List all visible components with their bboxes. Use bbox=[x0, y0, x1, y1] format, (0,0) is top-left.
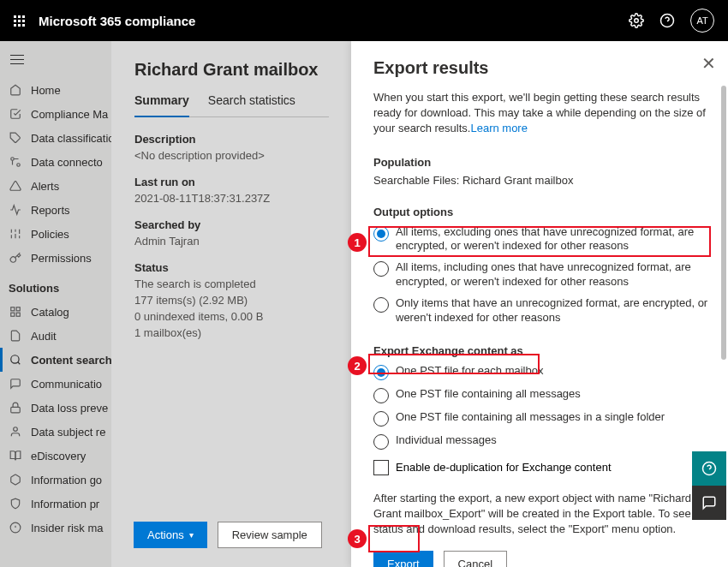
radio-icon bbox=[373, 411, 389, 427]
status-label: Status bbox=[134, 261, 329, 274]
tab-summary[interactable]: Summary bbox=[134, 93, 189, 117]
chevron-down-icon: ▾ bbox=[189, 530, 194, 540]
tab-search-statistics[interactable]: Search statistics bbox=[208, 93, 295, 116]
svg-rect-13 bbox=[16, 313, 20, 316]
sidebar-item-info-gov[interactable]: Information go bbox=[0, 468, 111, 492]
sidebar-item-data-connectors[interactable]: Data connecto bbox=[0, 150, 111, 174]
compliance-icon bbox=[9, 107, 22, 121]
help-float-button[interactable] bbox=[692, 451, 726, 486]
svg-line-16 bbox=[18, 362, 21, 365]
radio-icon bbox=[373, 434, 389, 450]
permissions-icon bbox=[9, 251, 22, 265]
exchange-option-1[interactable]: One PST file containing all messages bbox=[373, 387, 711, 403]
searchedby-label: Searched by bbox=[134, 218, 329, 231]
description-value: <No description provided> bbox=[134, 149, 329, 162]
help-icon[interactable] bbox=[659, 13, 675, 28]
sidebar-item-alerts[interactable]: Alerts bbox=[0, 174, 111, 198]
checkbox-icon bbox=[373, 460, 389, 475]
svg-rect-11 bbox=[11, 307, 15, 311]
feedback-float-button[interactable] bbox=[692, 486, 726, 520]
info-gov-icon bbox=[9, 473, 22, 486]
radio-icon bbox=[373, 388, 389, 403]
population-value: Searchable Files: Richard Grant mailbox bbox=[373, 174, 711, 187]
sidebar-item-audit[interactable]: Audit bbox=[0, 324, 111, 348]
callout-badge-3: 3 bbox=[348, 529, 367, 548]
communication-icon bbox=[9, 377, 22, 391]
sidebar-item-dlp[interactable]: Data loss preve bbox=[0, 396, 111, 420]
sidebar-item-data-classification[interactable]: Data classificatio bbox=[0, 126, 111, 150]
exchange-label: Export Exchange content as bbox=[373, 344, 711, 357]
detail-title: Richard Grant mailbox bbox=[134, 60, 329, 80]
top-bar: Microsoft 365 compliance AT bbox=[0, 0, 728, 41]
dedup-checkbox[interactable]: Enable de-duplication for Exchange conte… bbox=[373, 460, 711, 475]
exchange-option-0[interactable]: One PST file for each mailbox bbox=[373, 364, 711, 380]
sidebar-item-home[interactable]: Home bbox=[0, 78, 111, 102]
home-icon bbox=[9, 83, 22, 97]
callout-badge-1: 1 bbox=[348, 233, 367, 252]
sidebar-item-ediscovery[interactable]: eDiscovery bbox=[0, 444, 111, 468]
dlp-icon bbox=[9, 401, 22, 415]
policies-icon bbox=[9, 227, 22, 241]
sidebar-item-reports[interactable]: Reports bbox=[0, 198, 111, 222]
status-line-2: 0 unindexed items, 0.00 B bbox=[134, 310, 329, 323]
sidebar-item-permissions[interactable]: Permissions bbox=[0, 246, 111, 270]
review-sample-button[interactable]: Review sample bbox=[218, 522, 322, 548]
sidebar-item-compliance[interactable]: Compliance Ma bbox=[0, 102, 111, 126]
output-option-2[interactable]: Only items that have an unrecognized for… bbox=[373, 296, 711, 325]
sidebar-item-info-protection[interactable]: Information pr bbox=[0, 492, 111, 516]
description-label: Description bbox=[134, 133, 329, 146]
search-icon bbox=[9, 353, 22, 367]
sidebar-item-catalog[interactable]: Catalog bbox=[0, 300, 111, 324]
export-note: After starting the export, a new export … bbox=[373, 491, 711, 538]
export-button[interactable]: Export bbox=[373, 551, 433, 567]
learn-more-link[interactable]: Learn more bbox=[470, 122, 527, 134]
gear-icon[interactable] bbox=[629, 13, 644, 28]
reports-icon bbox=[9, 203, 22, 217]
status-line-0: The search is completed bbox=[134, 278, 329, 290]
cancel-button[interactable]: Cancel bbox=[444, 551, 507, 567]
export-panel: ✕ Export results When you start this exp… bbox=[351, 41, 728, 567]
callout-badge-2: 2 bbox=[348, 356, 367, 375]
sidebar-item-policies[interactable]: Policies bbox=[0, 222, 111, 246]
radio-icon bbox=[373, 297, 389, 313]
svg-rect-14 bbox=[11, 313, 15, 316]
svg-point-18 bbox=[14, 427, 18, 432]
sidebar-section-solutions: Solutions bbox=[0, 270, 111, 300]
actions-button[interactable]: Actions▾ bbox=[134, 522, 207, 548]
exchange-option-3[interactable]: Individual messages bbox=[373, 433, 711, 450]
sidebar-item-insider-risk[interactable]: Insider risk ma bbox=[0, 516, 111, 540]
population-label: Population bbox=[373, 156, 711, 169]
sidebar-item-dsr[interactable]: Data subject re bbox=[0, 420, 111, 444]
output-option-1[interactable]: All items, including ones that have unre… bbox=[373, 260, 711, 289]
radio-icon bbox=[373, 365, 389, 380]
lastrun-value: 2021-08-11T18:37:31.237Z bbox=[134, 192, 329, 205]
sidebar-item-communication[interactable]: Communicatio bbox=[0, 372, 111, 396]
svg-point-3 bbox=[11, 158, 15, 161]
avatar[interactable]: AT bbox=[690, 9, 714, 33]
status-line-3: 1 mailbox(es) bbox=[134, 326, 329, 339]
app-launcher-icon[interactable] bbox=[14, 15, 25, 27]
searchedby-value: Admin Tajran bbox=[134, 235, 329, 248]
close-icon[interactable]: ✕ bbox=[701, 53, 716, 74]
classification-icon bbox=[9, 131, 22, 145]
export-title: Export results bbox=[373, 58, 711, 78]
audit-icon bbox=[9, 329, 22, 343]
info-protection-icon bbox=[9, 497, 22, 510]
svg-point-15 bbox=[11, 355, 19, 363]
catalog-icon bbox=[9, 305, 22, 319]
insider-risk-icon bbox=[9, 521, 22, 534]
exchange-option-2[interactable]: One PST file containing all messages in … bbox=[373, 410, 711, 427]
connectors-icon bbox=[9, 155, 22, 169]
svg-rect-12 bbox=[16, 307, 20, 311]
app-title: Microsoft 365 compliance bbox=[39, 14, 615, 28]
sidebar: Home Compliance Ma Data classificatio Da… bbox=[0, 41, 111, 567]
output-option-0[interactable]: All items, excluding ones that have unre… bbox=[373, 225, 711, 254]
svg-point-4 bbox=[17, 164, 21, 167]
ediscovery-icon bbox=[9, 449, 22, 463]
radio-icon bbox=[373, 261, 389, 277]
menu-toggle-icon[interactable] bbox=[0, 48, 111, 78]
sidebar-item-content-search[interactable]: Content search bbox=[0, 348, 111, 372]
radio-icon bbox=[373, 226, 389, 242]
dsr-icon bbox=[9, 425, 22, 439]
scrollbar[interactable] bbox=[721, 86, 726, 497]
